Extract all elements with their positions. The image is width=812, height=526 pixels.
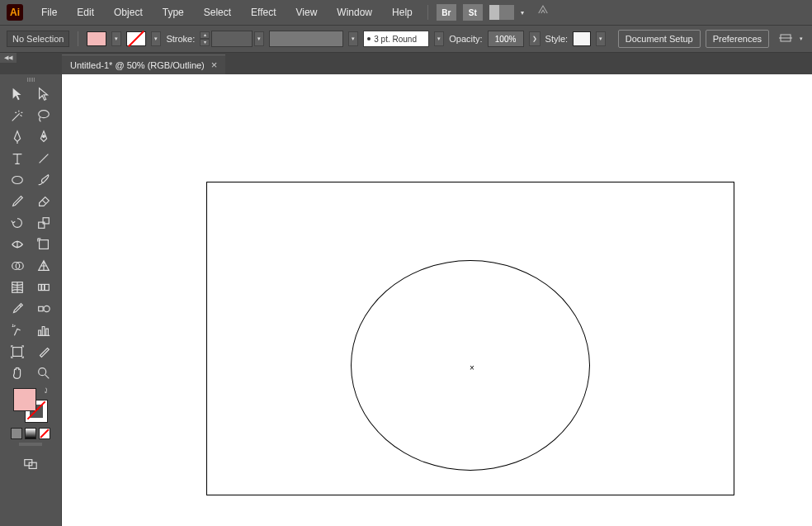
workspace-switcher[interactable] <box>489 5 514 20</box>
graphic-style-swatch[interactable] <box>573 31 591 46</box>
menu-select[interactable]: Select <box>196 3 239 21</box>
shape-builder-tool[interactable] <box>5 256 30 276</box>
svg-rect-6 <box>43 218 49 224</box>
color-mode-none[interactable] <box>39 428 50 439</box>
variable-width-profile[interactable]: 3 pt. Round <box>363 31 429 47</box>
scale-tool[interactable] <box>31 213 56 233</box>
align-to-icon[interactable] <box>779 31 792 47</box>
canvas[interactable]: × <box>62 74 812 526</box>
svg-point-3 <box>43 135 45 138</box>
separator <box>78 31 78 46</box>
width-tool[interactable] <box>5 235 30 254</box>
pen-tool[interactable] <box>5 127 30 147</box>
lasso-tool[interactable] <box>31 106 56 126</box>
stroke-weight-field[interactable]: ▴▾ ▾ <box>200 31 264 47</box>
zoom-tool[interactable] <box>31 363 56 383</box>
ellipse-tool[interactable] <box>5 170 30 190</box>
svg-rect-7 <box>40 240 49 249</box>
stroke-color-swatch[interactable] <box>126 31 146 46</box>
document-tabbar: Untitled-1* @ 50% (RGB/Outline) × <box>0 53 812 74</box>
preferences-button[interactable]: Preferences <box>706 30 769 48</box>
menu-file[interactable]: File <box>33 3 65 21</box>
symbol-sprayer-tool[interactable] <box>5 320 30 340</box>
line-segment-tool[interactable] <box>31 149 56 168</box>
direct-selection-tool[interactable] <box>31 84 56 104</box>
document-tab-title: Untitled-1* @ 50% (RGB/Outline) <box>70 60 205 70</box>
menu-type[interactable]: Type <box>154 3 192 21</box>
type-tool[interactable] <box>5 149 30 168</box>
paintbrush-tool[interactable] <box>31 170 56 190</box>
fill-color-swatch[interactable] <box>87 31 106 46</box>
stroke-dropdown[interactable]: ▾ <box>151 31 161 46</box>
profile-dropdown[interactable]: ▾ <box>434 31 444 46</box>
control-bar: No Selection ▾ ▾ Stroke: ▴▾ ▾ ▾ 3 pt. Ro… <box>0 25 812 53</box>
stock-button[interactable]: St <box>463 4 483 21</box>
color-mode-gradient[interactable] <box>25 428 36 439</box>
svg-point-15 <box>39 368 46 376</box>
brush-definition-field[interactable] <box>269 31 343 47</box>
opacity-label: Opacity: <box>449 34 482 44</box>
style-dropdown[interactable]: ▾ <box>596 31 606 46</box>
chevron-down-icon[interactable]: ▾ <box>521 9 524 17</box>
align-dropdown[interactable]: ▾ <box>797 31 805 46</box>
pencil-tool[interactable] <box>5 192 30 211</box>
draw-mode-divider <box>19 443 42 446</box>
artboard-center-mark: × <box>470 363 474 372</box>
svg-rect-12 <box>39 306 43 310</box>
eyedropper-tool[interactable] <box>5 299 30 319</box>
panel-collapse-handle[interactable]: ◀◀ <box>0 53 17 63</box>
search-adobe-icon[interactable] <box>536 4 550 21</box>
menu-edit[interactable]: Edit <box>68 3 102 21</box>
selection-status: No Selection <box>7 31 69 47</box>
stroke-stepper[interactable]: ▴▾ <box>200 31 210 46</box>
fill-stroke-indicator[interactable]: ⤸ <box>13 388 48 423</box>
magic-wand-tool[interactable] <box>5 106 30 126</box>
free-transform-tool[interactable] <box>31 235 56 254</box>
svg-point-2 <box>39 111 50 118</box>
separator <box>427 5 428 20</box>
svg-rect-14 <box>13 348 22 357</box>
stroke-weight-dropdown[interactable]: ▾ <box>254 31 264 46</box>
panel-grip[interactable] <box>18 78 43 82</box>
gradient-tool[interactable] <box>31 277 56 297</box>
slice-tool[interactable] <box>31 342 56 362</box>
style-label: Style: <box>545 34 569 44</box>
selection-tool[interactable] <box>5 84 30 104</box>
menu-effect[interactable]: Effect <box>243 3 284 21</box>
color-controls: ⤸ <box>11 388 50 474</box>
document-setup-button[interactable]: Document Setup <box>618 30 701 48</box>
eraser-tool[interactable] <box>31 192 56 211</box>
menu-window[interactable]: Window <box>328 3 380 21</box>
main-area: ⤸ × <box>0 74 812 526</box>
perspective-grid-tool[interactable] <box>31 256 56 276</box>
svg-point-13 <box>44 306 50 311</box>
bridge-button[interactable]: Br <box>437 4 456 21</box>
app-logo-icon: Ai <box>7 4 23 21</box>
dot-icon <box>367 37 371 40</box>
brush-dropdown[interactable]: ▾ <box>348 31 358 46</box>
blend-tool[interactable] <box>31 299 56 319</box>
mesh-tool[interactable] <box>5 277 30 297</box>
swap-fill-stroke-icon[interactable]: ⤸ <box>43 386 50 395</box>
artboard-tool[interactable] <box>5 342 30 362</box>
opacity-dropdown[interactable]: ❯ <box>529 31 541 46</box>
menu-help[interactable]: Help <box>384 3 421 21</box>
document-tab[interactable]: Untitled-1* @ 50% (RGB/Outline) × <box>62 54 225 74</box>
fill-dropdown[interactable]: ▾ <box>111 31 121 46</box>
rotate-tool[interactable] <box>5 213 30 233</box>
menu-view[interactable]: View <box>288 3 326 21</box>
profile-label: 3 pt. Round <box>374 35 417 44</box>
main-menubar: Ai File Edit Object Type Select Effect V… <box>0 0 812 25</box>
svg-point-4 <box>12 177 23 184</box>
opacity-input[interactable]: 100% <box>488 31 524 47</box>
close-tab-icon[interactable]: × <box>211 59 218 71</box>
column-graph-tool[interactable] <box>31 320 56 340</box>
screen-mode-button[interactable] <box>18 454 43 474</box>
hand-tool[interactable] <box>5 363 30 383</box>
curvature-tool[interactable] <box>31 127 56 147</box>
menu-object[interactable]: Object <box>106 3 151 21</box>
stroke-label: Stroke: <box>166 34 195 44</box>
stroke-weight-input[interactable] <box>211 31 253 47</box>
fill-box[interactable] <box>13 388 36 411</box>
color-mode-solid[interactable] <box>11 428 22 439</box>
